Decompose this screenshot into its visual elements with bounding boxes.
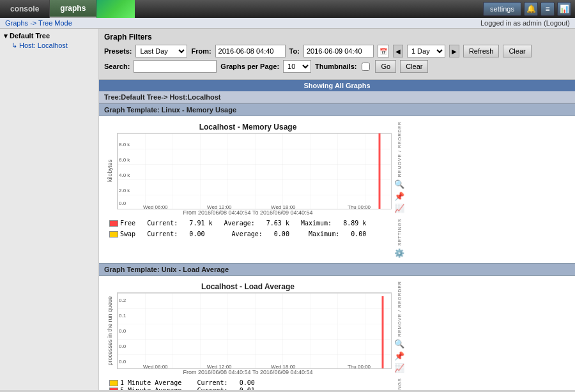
graph-template-header-load: Graph Template: Unix - Load Average — [99, 263, 575, 276]
clear-button-2[interactable]: Clear — [400, 60, 428, 73]
svg-text:2.0 k: 2.0 k — [119, 188, 130, 193]
tab-graphs[interactable]: graphs — [50, 0, 96, 18]
content-area: Graph Filters Presets: Last Day Last Wee… — [99, 29, 575, 390]
chart-svg-load: Wed 06:00 Wed 12:00 Wed 18:00 Thu 00:00 … — [117, 292, 392, 369]
chart-body-load: processes in the run queue Wed 06:00 — [104, 292, 392, 369]
chart-title-memory: Localhost - Memory Usage — [104, 120, 392, 133]
search-label: Search: — [104, 63, 130, 70]
bell-icon[interactable]: 🔔 — [524, 2, 538, 16]
svg-text:Wed 06:00: Wed 06:00 — [143, 364, 168, 369]
login-status: Logged in as admin (Logout) — [480, 19, 570, 27]
settings-button[interactable]: settings — [483, 2, 521, 16]
nav-right-buttons: settings 🔔 ≡ 📊 — [483, 0, 575, 18]
legend-color-5min — [109, 388, 118, 390]
chart-subtitle-memory: From 2016/06/08 04:40:54 To 2016/06/09 0… — [104, 209, 392, 217]
svg-rect-11 — [118, 293, 392, 369]
svg-text:0.1: 0.1 — [119, 313, 126, 319]
svg-text:Thu 00:00: Thu 00:00 — [348, 204, 371, 209]
sidebar-item-default-tree[interactable]: ▾ Default Tree — [3, 31, 96, 41]
search-input[interactable] — [134, 60, 217, 73]
step-select[interactable]: 1 Day 1 Week — [407, 45, 445, 57]
from-input[interactable] — [215, 45, 286, 57]
graphs-per-page-label: Graphs per Page: — [220, 63, 279, 70]
green-stripe — [96, 0, 135, 18]
svg-text:Wed 12:00: Wed 12:00 — [207, 204, 232, 209]
svg-rect-0 — [118, 133, 392, 209]
graph-full-memory: Localhost - Memory Usage kilobytes — [99, 116, 575, 263]
presets-select[interactable]: Last Day Last Week Last Month — [135, 45, 187, 57]
svg-text:0.0: 0.0 — [119, 359, 126, 365]
top-navigation: console graphs settings 🔔 ≡ 📊 — [0, 0, 575, 18]
menu-icon[interactable]: ≡ — [540, 2, 555, 16]
prev-btn[interactable]: ◀ — [393, 45, 403, 57]
from-label: From: — [191, 47, 211, 55]
to-input[interactable] — [303, 45, 374, 57]
graphs-per-page-select[interactable]: 10 20 50 — [283, 60, 311, 73]
graph-section-load: Graph Template: Unix - Load Average Loca… — [99, 263, 575, 390]
svg-text:6.0 k: 6.0 k — [119, 157, 130, 163]
svg-text:0.0: 0.0 — [119, 343, 126, 349]
side-label-settings-2: SETTINGS — [397, 378, 402, 390]
filters-title: Graph Filters — [104, 33, 570, 41]
tree-expand-icon: ▾ — [4, 32, 8, 40]
host-icon: ↳ — [12, 41, 17, 49]
tree-breadcrumb: Tree:Default Tree-> Host:Localhost — [99, 91, 575, 103]
svg-text:Wed 18:00: Wed 18:00 — [271, 364, 296, 369]
svg-text:Wed 06:00: Wed 06:00 — [143, 204, 168, 209]
graph-inner-memory: Localhost - Memory Usage kilobytes — [104, 120, 392, 239]
zoom-in-icon[interactable]: 🔍 — [394, 179, 404, 189]
graph-icon-1[interactable]: 📈 — [394, 204, 404, 213]
legend-row-swap: Swap Current: 0.00 Average: 0.00 Maximum… — [109, 230, 366, 237]
main-layout: ▾ Default Tree ↳ Host: Localhost Graph F… — [0, 29, 575, 390]
pin-icon[interactable]: 📌 — [394, 192, 404, 201]
graph-icon-2[interactable]: 📈 — [394, 363, 404, 373]
clear-button-1[interactable]: Clear — [503, 45, 531, 57]
svg-text:Wed 12:00: Wed 12:00 — [207, 364, 232, 369]
breadcrumb: Graphs -> Tree Mode — [5, 19, 72, 27]
presets-label: Presets: — [104, 47, 132, 55]
nav-tabs: console graphs — [0, 0, 135, 18]
y-axis-label-load: processes in the run queue — [107, 296, 113, 366]
legend-row-free: Free Current: 7.91 k Average: 7.63 k Max… — [109, 220, 366, 227]
svg-text:0.2: 0.2 — [119, 298, 126, 303]
legend-row-1min: 1 Minute Average Current: 0.00 — [109, 379, 387, 386]
side-controls-memory: REMOVE / REORDER 🔍 📌 📈 SETTINGS ⚙️ — [392, 120, 407, 259]
sidebar-tree: ▾ Default Tree ↳ Host: Localhost — [3, 31, 96, 50]
svg-text:Thu 00:00: Thu 00:00 — [348, 364, 371, 369]
calendar-icon[interactable]: 📅 — [378, 48, 388, 55]
tab-console[interactable]: console — [0, 0, 50, 18]
legend-color-free — [109, 220, 118, 227]
pin-icon-2[interactable]: 📌 — [394, 351, 404, 361]
y-axis-label-memory: kilobytes — [107, 160, 113, 182]
to-label: To: — [289, 47, 300, 55]
chart-subtitle-load: From 2016/06/08 04:40:54 To 2016/06/09 0… — [104, 369, 392, 377]
chart-icon[interactable]: 📊 — [557, 2, 571, 16]
legend-memory: Free Current: 7.91 k Average: 7.63 k Max… — [104, 217, 392, 229]
go-button[interactable]: Go — [375, 60, 396, 73]
next-btn[interactable]: ▶ — [449, 45, 459, 57]
status-bar: Showing All Graphs — [99, 80, 575, 91]
svg-text:0.0: 0.0 — [119, 200, 126, 206]
svg-text:Wed 18:00: Wed 18:00 — [271, 204, 296, 209]
legend-color-1min — [109, 380, 118, 386]
thumbnails-checkbox[interactable] — [362, 63, 370, 71]
svg-text:4.0 k: 4.0 k — [119, 172, 130, 178]
legend-memory-swap: Swap Current: 0.00 Average: 0.00 Maximum… — [104, 229, 392, 239]
chart-svg-memory: Wed 06:00 Wed 12:00 Wed 18:00 Thu 00:00 … — [117, 133, 392, 209]
thumbnails-label: Thumbnails: — [315, 63, 356, 70]
legend-color-swap — [109, 231, 118, 237]
graph-section-memory: Graph Template: Linux - Memory Usage Loc… — [99, 103, 575, 263]
zoom-in-icon-2[interactable]: 🔍 — [394, 339, 404, 349]
graph-template-header-memory: Graph Template: Linux - Memory Usage — [99, 103, 575, 116]
chart-body-memory: kilobytes — [104, 133, 392, 209]
legend-load: 1 Minute Average Current: 0.00 5 Minute … — [104, 377, 392, 390]
side-label-settings: SETTINGS — [397, 218, 402, 246]
chart-title-load: Localhost - Load Average — [104, 280, 392, 292]
graph-full-load: Localhost - Load Average processes in th… — [99, 276, 575, 390]
settings-icon-1[interactable]: ⚙️ — [394, 248, 404, 258]
side-label-remove: REMOVE / REORDER — [397, 121, 402, 177]
filter-row-1: Presets: Last Day Last Week Last Month F… — [104, 45, 570, 57]
side-controls-load: REMOVE / REORDER 🔍 📌 📈 SETTINGS ⚙️ — [392, 280, 407, 390]
refresh-button[interactable]: Refresh — [463, 45, 500, 57]
sidebar-item-host-localhost[interactable]: ↳ Host: Localhost — [3, 41, 96, 50]
